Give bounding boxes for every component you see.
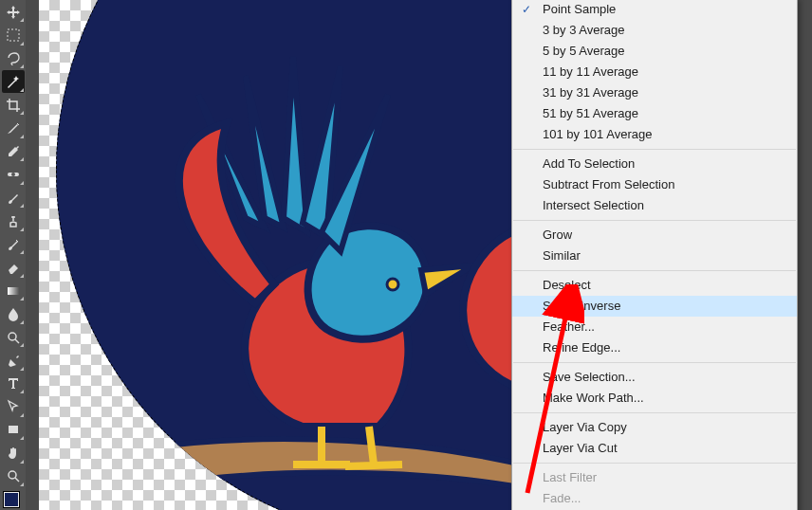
tool-crop[interactable]	[2, 94, 25, 116]
tool-blur[interactable]	[2, 302, 25, 324]
tools-panel	[0, 0, 26, 510]
menu-item-label: 31 by 31 Average	[543, 85, 638, 100]
tool-rectangle[interactable]	[2, 419, 25, 441]
menu-item-similar[interactable]: Similar	[512, 246, 797, 266]
menu-item-label: Grow	[543, 228, 572, 242]
menu-item-label: 51 by 51 Average	[543, 106, 638, 120]
tool-history-brush[interactable]	[2, 233, 25, 255]
menu-separator	[513, 220, 796, 221]
menu-item-point-sample[interactable]: ✓Point Sample	[512, 0, 797, 20]
menu-item-make-work-path[interactable]: Make Work Path...	[512, 388, 797, 409]
menu-item-label: Subtract From Selection	[543, 177, 674, 191]
menu-item-label: 5 by 5 Average	[543, 44, 625, 58]
menu-item-fade: Fade...	[512, 488, 797, 509]
svg-rect-0	[8, 29, 19, 41]
menu-item-grow[interactable]: Grow	[512, 225, 797, 246]
svg-rect-3	[8, 287, 19, 295]
menu-item-intersect-selection[interactable]: Intersect Selection	[512, 195, 797, 216]
tool-marquee[interactable]	[2, 24, 25, 46]
tool-move[interactable]	[2, 1, 25, 23]
menu-item-label: Last Filter	[543, 470, 597, 484]
menu-item-label: 3 by 3 Average	[543, 23, 625, 37]
menu-item-deselect[interactable]: Deselect	[512, 275, 797, 296]
tools-panel-spacer	[26, 0, 39, 510]
tool-eyedropper[interactable]	[2, 140, 25, 162]
check-icon: ✓	[522, 2, 531, 17]
menu-item-label: 101 by 101 Average	[543, 127, 652, 141]
menu-separator	[513, 463, 796, 464]
menu-item-label: Point Sample	[543, 2, 616, 16]
tool-magic-wand[interactable]	[2, 70, 25, 92]
menu-item-11-by-11-average[interactable]: 11 by 11 Average	[512, 62, 797, 82]
tool-path-select[interactable]	[2, 395, 25, 417]
menu-item-add-to-selection[interactable]: Add To Selection	[512, 154, 797, 174]
tool-hand[interactable]	[2, 442, 25, 464]
document-canvas[interactable]: ✓Point Sample3 by 3 Average5 by 5 Averag…	[39, 0, 793, 510]
menu-item-label: 11 by 11 Average	[543, 64, 638, 79]
menu-item-select-inverse[interactable]: Select Inverse	[512, 296, 797, 317]
tool-lasso[interactable]	[2, 47, 25, 69]
tool-eraser[interactable]	[2, 256, 25, 278]
tool-pen[interactable]	[2, 349, 25, 371]
menu-item-label: Fade...	[543, 491, 581, 505]
menu-item-label: Select Inverse	[543, 299, 620, 313]
menu-item-label: Layer Via Cut	[543, 441, 618, 455]
menu-item-refine-edge[interactable]: Refine Edge...	[512, 337, 797, 358]
svg-point-2	[11, 173, 15, 176]
menu-item-5-by-5-average[interactable]: 5 by 5 Average	[512, 41, 797, 62]
tool-dodge[interactable]	[2, 326, 25, 348]
menu-item-label: Make Work Path...	[543, 391, 644, 405]
menu-item-label: Save Selection...	[543, 370, 636, 384]
svg-point-6	[9, 471, 16, 479]
menu-separator	[513, 362, 796, 363]
tool-spot-heal[interactable]	[2, 163, 25, 185]
menu-item-feather[interactable]: Feather...	[512, 317, 797, 337]
menu-item-3-by-3-average[interactable]: 3 by 3 Average	[512, 20, 797, 41]
menu-item-51-by-51-average[interactable]: 51 by 51 Average	[512, 103, 797, 124]
color-swatch[interactable]	[4, 492, 23, 510]
menu-item-layer-via-cut[interactable]: Layer Via Cut	[512, 438, 797, 459]
menu-item-subtract-from-selection[interactable]: Subtract From Selection	[512, 174, 797, 195]
tool-gradient[interactable]	[2, 280, 25, 301]
menu-item-layer-via-copy[interactable]: Layer Via Copy	[512, 417, 797, 438]
menu-item-label: Refine Edge...	[543, 340, 620, 355]
svg-point-4	[9, 333, 16, 340]
context-menu[interactable]: ✓Point Sample3 by 3 Average5 by 5 Averag…	[511, 0, 798, 510]
tool-brush[interactable]	[2, 187, 25, 209]
menu-item-save-selection[interactable]: Save Selection...	[512, 367, 797, 388]
menu-item-last-filter: Last Filter	[512, 467, 797, 488]
menu-item-101-by-101-average[interactable]: 101 by 101 Average	[512, 124, 797, 145]
svg-point-7	[387, 279, 398, 290]
app-root: ✓Point Sample3 by 3 Average5 by 5 Averag…	[0, 0, 812, 510]
menu-separator	[513, 412, 796, 413]
menu-item-label: Layer Via Copy	[543, 420, 627, 434]
tool-type[interactable]	[2, 373, 25, 394]
tool-clone[interactable]	[2, 209, 25, 231]
menu-separator	[513, 149, 796, 150]
menu-item-label: Similar	[543, 248, 581, 263]
menu-item-label: Add To Selection	[543, 156, 635, 171]
menu-item-label: Deselect	[543, 278, 591, 292]
menu-item-label: Feather...	[543, 319, 595, 334]
menu-item-31-by-31-average[interactable]: 31 by 31 Average	[512, 82, 797, 103]
tool-zoom[interactable]	[2, 465, 25, 487]
tool-slice[interactable]	[2, 117, 25, 138]
menu-item-label: Intersect Selection	[543, 198, 644, 212]
menu-separator	[513, 270, 796, 271]
svg-rect-5	[9, 426, 18, 433]
